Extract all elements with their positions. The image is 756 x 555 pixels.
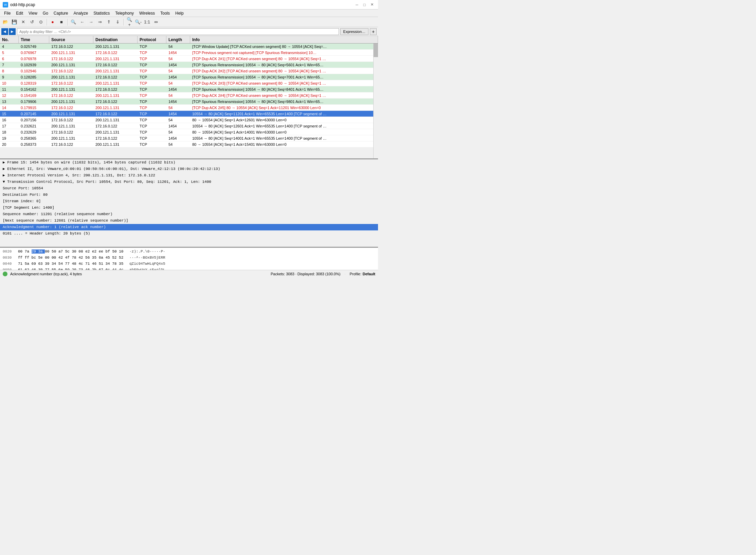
col-header-protocol[interactable]: Protocol xyxy=(138,36,166,43)
reload-button[interactable]: ↺ xyxy=(28,18,36,26)
table-cell: [TCP Dup ACK 2#4] [TCP ACKed unseen segm… xyxy=(190,92,373,98)
table-cell: 172.16.0.122 xyxy=(49,68,93,74)
table-cell: 6 xyxy=(0,56,19,62)
table-row[interactable]: 200.258373172.16.0.122200.121.1.131TCP54… xyxy=(0,141,373,148)
table-row[interactable]: 70.102939200.121.1.131172.16.0.122TCP145… xyxy=(0,62,373,68)
table-cell: 0.025749 xyxy=(19,44,49,49)
table-row[interactable]: 40.025749172.16.0.122200.121.1.131TCP54[… xyxy=(0,44,373,50)
table-cell: 172.16.0.122 xyxy=(49,105,93,110)
col-header-destination[interactable]: Destination xyxy=(93,36,138,43)
hex-panel: 0020 00 7a 29 3a 00 50 a7 5c 30 08 e2 e2… xyxy=(0,247,378,270)
table-cell: 80 → 10554 [ACK] Seq=1 Ack=12601 Win=630… xyxy=(190,117,373,123)
filter-arrow-right[interactable]: ▶ xyxy=(9,28,16,35)
resize-columns-button[interactable]: ⇔ xyxy=(152,18,160,26)
menu-item-capture[interactable]: Capture xyxy=(51,10,71,16)
table-cell: 0.076967 xyxy=(19,50,49,55)
packet-rows-scroll: 40.025749172.16.0.122200.121.1.131TCP54[… xyxy=(0,44,378,158)
menu-item-telephony[interactable]: Telephony xyxy=(112,10,137,16)
table-row[interactable]: 130.179906200.121.1.131172.16.0.122TCP14… xyxy=(0,99,373,105)
menu-item-edit[interactable]: Edit xyxy=(13,10,26,16)
go-back-button[interactable]: ← xyxy=(78,18,86,26)
save-file-button[interactable]: 💾 xyxy=(10,18,18,26)
open-file-button[interactable]: 📂 xyxy=(1,18,10,26)
autoscroll-button[interactable]: ⊙ xyxy=(37,18,45,26)
close-file-button[interactable]: ✕ xyxy=(19,18,27,26)
close-button[interactable]: ✕ xyxy=(368,1,375,8)
table-row[interactable]: 180.232629172.16.0.122200.121.1.131TCP54… xyxy=(0,129,373,135)
table-row[interactable]: 60.076978172.16.0.122200.121.1.131TCP54[… xyxy=(0,56,373,62)
menu-item-view[interactable]: View xyxy=(26,10,40,16)
filterbar: ◀ ▶ Expression… + xyxy=(0,27,378,36)
menu-item-help[interactable]: Help xyxy=(173,10,186,16)
table-cell: 54 xyxy=(166,117,190,123)
table-row[interactable]: 80.102946172.16.0.122200.121.1.131TCP54[… xyxy=(0,68,373,74)
table-row[interactable]: 50.076967200.121.1.131172.16.0.122TCP145… xyxy=(0,50,373,56)
go-last-button[interactable]: ⇓ xyxy=(113,18,122,26)
table-cell: 14 xyxy=(0,105,19,110)
zoom-in-button[interactable]: 🔍+ xyxy=(125,18,133,26)
menu-item-tools[interactable]: Tools xyxy=(158,10,173,16)
scrollbar-thumb[interactable] xyxy=(374,44,378,57)
col-header-time[interactable]: Time xyxy=(19,36,49,43)
table-cell: 1454 xyxy=(166,111,190,117)
table-cell: 172.16.0.122 xyxy=(49,80,93,86)
table-cell: 200.121.1.131 xyxy=(93,56,138,62)
table-cell: 80 → 10554 [ACK] Seq=1 Ack=14001 Win=630… xyxy=(190,129,373,135)
table-cell: 0.076978 xyxy=(19,56,49,62)
table-row[interactable]: 100.128319172.16.0.122200.121.1.131TCP54… xyxy=(0,80,373,86)
menu-item-go[interactable]: Go xyxy=(40,10,51,16)
hex-offset: 0040 xyxy=(3,261,18,266)
detail-row[interactable]: ▶ Internet Protocol Version 4, Src: 200.… xyxy=(0,172,378,179)
table-cell: 0.207145 xyxy=(19,111,49,117)
table-row[interactable]: 120.154169172.16.0.122200.121.1.131TCP54… xyxy=(0,92,373,99)
col-header-info[interactable]: Info xyxy=(190,36,378,43)
packet-list-scrollbar[interactable] xyxy=(373,44,378,158)
capture-stop-button[interactable]: ■ xyxy=(57,18,66,26)
profile-name: Default xyxy=(363,272,375,276)
table-cell: TCP xyxy=(138,44,166,49)
filter-arrow-left[interactable]: ◀ xyxy=(1,28,8,35)
hex-offset: 0050 xyxy=(3,267,18,270)
table-row[interactable]: 150.207145200.121.1.131172.16.0.122TCP14… xyxy=(0,111,373,117)
detail-row[interactable]: ▶ Frame 15: 1454 bytes on wire (11632 bi… xyxy=(0,159,378,166)
table-cell: 0.258373 xyxy=(19,141,49,147)
table-cell: 1454 xyxy=(166,74,190,80)
table-row[interactable]: 110.154162200.121.1.131172.16.0.122TCP14… xyxy=(0,86,373,92)
table-cell: 54 xyxy=(166,105,190,110)
hex-row: 0050 61 62 46 30 77 55 6e 59 20 73 46 2b… xyxy=(0,267,378,270)
expression-button[interactable]: Expression… xyxy=(340,28,368,35)
hex-ascii: qZic94TwHLqFQ4x5 xyxy=(129,261,165,266)
table-cell: [TCP Dup ACK 2#5] 80 → 10554 [ACK] Seq=1… xyxy=(190,105,373,110)
go-forward-button[interactable]: → xyxy=(87,18,95,26)
menu-item-wireless[interactable]: Wireless xyxy=(137,10,158,16)
maximize-button[interactable]: □ xyxy=(361,1,368,8)
table-row[interactable]: 90.128285200.121.1.131172.16.0.122TCP145… xyxy=(0,74,373,80)
detail-row[interactable]: ▼ Transmission Control Protocol, Src Por… xyxy=(0,179,378,185)
table-row[interactable]: 160.207156172.16.0.122200.121.1.131TCP54… xyxy=(0,117,373,123)
table-row[interactable]: 170.232621200.121.1.131172.16.0.122TCP14… xyxy=(0,123,373,129)
profile-section: Profile: Default xyxy=(349,272,375,276)
add-filter-button[interactable]: + xyxy=(370,28,377,35)
go-first-button[interactable]: ⇑ xyxy=(105,18,113,26)
table-row[interactable]: 190.258365200.121.1.131172.16.0.122TCP14… xyxy=(0,135,373,141)
col-header-source[interactable]: Source xyxy=(49,36,93,43)
menu-item-statistics[interactable]: Statistics xyxy=(91,10,112,16)
table-cell: 54 xyxy=(166,68,190,74)
col-header-length[interactable]: Length xyxy=(166,36,190,43)
table-row[interactable]: 140.179915172.16.0.122200.121.1.131TCP54… xyxy=(0,105,373,111)
detail-row[interactable]: ▶ Ethernet II, Src: Vmware_c0:00:01 (00:… xyxy=(0,166,378,172)
separator-2 xyxy=(67,19,68,25)
zoom-reset-button[interactable]: 1:1 xyxy=(143,18,151,26)
table-cell: TCP xyxy=(138,86,166,92)
col-header-no[interactable]: No. xyxy=(0,36,19,43)
minimize-button[interactable]: ─ xyxy=(354,1,360,8)
capture-start-button[interactable]: ● xyxy=(49,18,57,26)
menu-item-analyze[interactable]: Analyze xyxy=(71,10,91,16)
detail-row: Source Port: 10554 xyxy=(0,185,378,192)
goto-packet-button[interactable]: ⇒ xyxy=(96,18,104,26)
filter-input[interactable] xyxy=(17,28,339,35)
table-cell: 172.16.0.122 xyxy=(49,129,93,135)
zoom-out-button[interactable]: 🔍- xyxy=(134,18,142,26)
find-button[interactable]: 🔍 xyxy=(69,18,77,26)
menu-item-file[interactable]: File xyxy=(1,10,13,16)
